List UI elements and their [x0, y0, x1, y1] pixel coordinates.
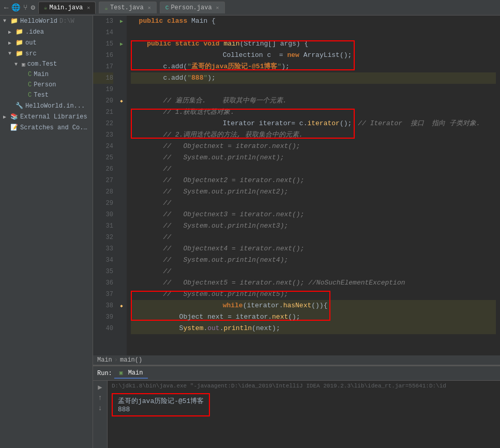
- tab-person-java-label: Person.java: [171, 4, 211, 11]
- marker-column: ▶ ▶ ◆: [116, 16, 127, 355]
- down-icon[interactable]: ↓: [98, 404, 102, 412]
- bottom-tab-main[interactable]: ▣ Main: [114, 368, 148, 379]
- bottom-sidebar: ▶ ↑ ↓: [93, 381, 108, 448]
- bottom-panel: Run: ▣ Main ▶ ↑ ↓ D:\jdk1.8\bin\java.exe…: [93, 365, 500, 448]
- code-line-27: // Objectnext2 = iterator.next();: [131, 175, 496, 186]
- tab-main-java[interactable]: ☕ Main.java ✕: [38, 2, 96, 14]
- breadcrumb-method: main(): [120, 356, 142, 364]
- sidebar-hw-label: HelloWorld.in...: [25, 102, 85, 110]
- arrow-icon: ▼: [8, 51, 13, 56]
- play-icon[interactable]: ▶: [98, 383, 102, 392]
- sidebar-out-label: out: [25, 39, 37, 47]
- java-icon-person: C: [28, 81, 32, 88]
- run-marker-13: ▶: [116, 16, 127, 27]
- bottom-output: D:\jdk1.8\bin\java.exe "-javaagent:D:\id…: [108, 381, 500, 448]
- top-bar: ← 🌐 ⑂ ⚙ ☕ Main.java ✕ ☕ Test.java ✕ C Pe…: [0, 0, 500, 16]
- close-icon-test[interactable]: ✕: [148, 5, 151, 11]
- sidebar-item-extlibs[interactable]: ▶ 📚 External Libraries: [0, 111, 93, 122]
- branch-icon[interactable]: ⑂: [23, 4, 27, 12]
- run-marker-15: ▶: [116, 38, 127, 50]
- folder-icon: 📁: [10, 17, 18, 25]
- java-icon-test: C: [28, 92, 32, 99]
- run-tab-icon: ▣: [119, 370, 123, 376]
- code-line-18: c.add("888");: [131, 72, 496, 84]
- editor-content: 13 14 15 16 17 18 19 20 21 22 23 24 25 2…: [93, 16, 500, 355]
- file-icon-hw: 🔧: [16, 102, 23, 110]
- run-label: Run:: [97, 370, 112, 377]
- bottom-tab-label: Main: [128, 369, 143, 377]
- code-line-19: [131, 84, 496, 95]
- sidebar-item-helloworld[interactable]: 🔧 HelloWorld.in...: [0, 100, 93, 111]
- up-icon[interactable]: ↑: [98, 394, 102, 402]
- sidebar-scratches-label: Scratches and Co...: [20, 124, 89, 131]
- sidebar-main-label: Main: [34, 71, 49, 78]
- output-line-1: 孟哥的java历险记-@51博客: [118, 396, 204, 406]
- globe-icon[interactable]: 🌐: [11, 3, 20, 12]
- code-line-26: //: [131, 163, 496, 175]
- code-line-25: // System.out.println(next);: [131, 152, 496, 163]
- package-icon: ▣: [22, 61, 25, 68]
- folder-icon: 📁: [16, 28, 23, 36]
- code-line-32: //: [131, 232, 496, 243]
- tab-test-java[interactable]: ☕ Test.java ✕: [99, 2, 156, 13]
- editor: 13 14 15 16 17 18 19 20 21 22 23 24 25 2…: [93, 16, 500, 365]
- sidebar-item-src[interactable]: ▼ 📁 src: [0, 48, 93, 59]
- java-file-icon-test: ☕: [104, 5, 108, 11]
- code-line-33: // Objectnext4 = iterator.next();: [131, 243, 496, 255]
- back-icon[interactable]: ←: [4, 4, 8, 12]
- bottom-tabs: Run: ▣ Main: [93, 366, 500, 381]
- sidebar-item-test[interactable]: C Test: [0, 90, 93, 100]
- java-icon-main: C: [28, 71, 32, 78]
- code-line-24: // Objectnext = iterator.next();: [131, 141, 496, 152]
- code-area[interactable]: public class Main { public static void m…: [127, 16, 500, 355]
- code-line-31: // System.out.println(next3);: [131, 220, 496, 232]
- code-line-22: Iterator iterator= c.iterator(); // Iter…: [131, 118, 496, 129]
- sidebar-item-out[interactable]: ▶ 📁 out: [0, 37, 93, 48]
- sidebar-item-main[interactable]: C Main: [0, 69, 93, 80]
- code-line-34: // System.out.println(next4);: [131, 255, 496, 266]
- sidebar-project-root[interactable]: ▼ 📁 HelloWorld D:\W: [0, 16, 93, 26]
- output-box: 孟哥的java历险记-@51博客 888: [112, 393, 210, 416]
- sidebar-item-idea[interactable]: ▶ 📁 .idea: [0, 26, 93, 37]
- diamond-marker-20: ◆: [116, 95, 127, 107]
- code-line-28: // System.out.println(next2);: [131, 186, 496, 198]
- code-line-30: // Objectnext3 = iterator.next();: [131, 209, 496, 220]
- code-line-35: //: [131, 266, 496, 277]
- gear-icon[interactable]: ⚙: [31, 3, 35, 12]
- sidebar-item-person[interactable]: C Person: [0, 80, 93, 90]
- sidebar: ▼ 📁 HelloWorld D:\W ▶ 📁 .idea ▶ 📁 out ▼ …: [0, 16, 93, 448]
- project-name-label: HelloWorld: [20, 18, 57, 25]
- sidebar-extlibs-label: External Libraries: [20, 113, 87, 121]
- tab-test-java-label: Test.java: [110, 4, 144, 11]
- output-line-2: 888: [118, 406, 204, 413]
- breadcrumb-sep: ›: [114, 356, 118, 364]
- code-line-40: System.out.println(next);: [131, 323, 496, 334]
- code-line-38: while(iterator.hasNext()){: [131, 300, 496, 311]
- extlib-icon: 📚: [10, 113, 18, 121]
- folder-icon-out: 📁: [16, 39, 23, 47]
- sidebar-test-label: Test: [34, 92, 49, 99]
- bottom-layout: ▶ ↑ ↓ D:\jdk1.8\bin\java.exe "-javaagent…: [93, 381, 500, 448]
- tab-person-java[interactable]: C Person.java ✕: [160, 2, 225, 13]
- close-icon[interactable]: ✕: [87, 5, 90, 11]
- sidebar-person-label: Person: [34, 81, 56, 88]
- sidebar-item-scratches[interactable]: 📝 Scratches and Co...: [0, 122, 93, 133]
- arrow-icon: ▶: [8, 40, 13, 46]
- code-line-20: // 遍历集合. 获取其中每一个元素.: [131, 95, 496, 107]
- code-line-14: [131, 27, 496, 38]
- project-path-label: D:\W: [59, 18, 74, 25]
- java-file-icon: ☕: [44, 4, 48, 11]
- tab-main-java-label: Main.java: [49, 4, 83, 11]
- code-line-13: public class Main {: [131, 16, 496, 27]
- sidebar-idea-label: .idea: [25, 28, 44, 36]
- sidebar-item-comtest[interactable]: ▼ ▣ com.Test: [0, 59, 93, 69]
- code-line-16: Collection c = new ArrayList();: [131, 50, 496, 61]
- close-icon-person[interactable]: ✕: [216, 5, 219, 11]
- diamond-marker-38: ◆: [116, 300, 127, 311]
- sidebar-comtest-label: com.Test: [27, 61, 57, 68]
- code-line-29: //: [131, 198, 496, 209]
- run-label-text: Run:: [97, 370, 112, 377]
- line-numbers: 13 14 15 16 17 18 19 20 21 22 23 24 25 2…: [93, 16, 116, 355]
- c-file-icon: C: [165, 5, 169, 11]
- arrow-icon: ▼: [14, 62, 20, 67]
